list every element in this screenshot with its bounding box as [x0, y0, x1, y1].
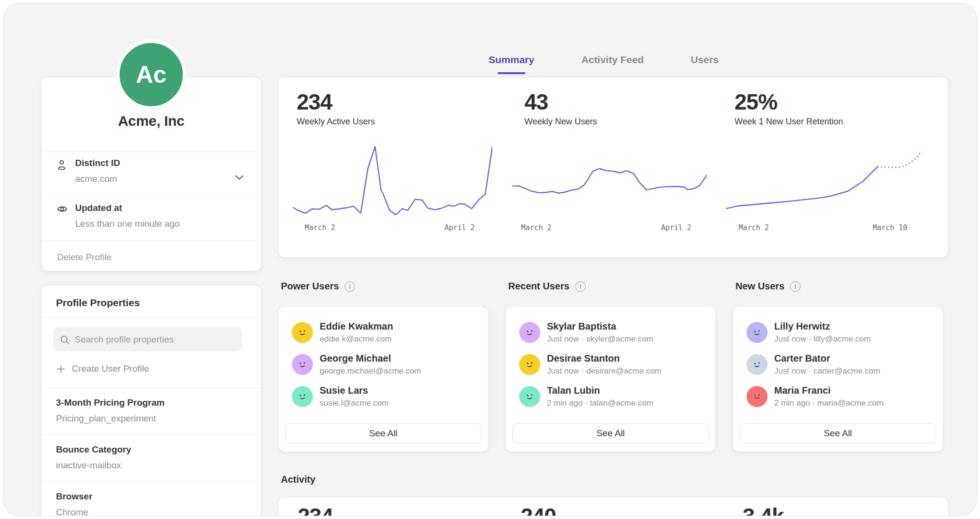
list-item[interactable]: Carter Bator Just now · carter@acme.com	[746, 352, 929, 380]
info-icon[interactable]: i	[575, 281, 586, 292]
avatar-face-icon	[751, 358, 763, 371]
wnu-line-chart: March 2 April 2	[512, 144, 707, 235]
list-item[interactable]: Maria Franci 2 min ago · maria@acme.com	[746, 384, 929, 412]
user-name: Talan Lubin	[547, 385, 600, 396]
create-user-profile-label: Create User Profile	[72, 364, 149, 374]
user-avatar	[746, 354, 768, 375]
search-input[interactable]	[75, 334, 235, 345]
chevron-down-icon[interactable]	[235, 175, 244, 180]
company-avatar: Ac	[116, 39, 187, 110]
tab-summary[interactable]: Summary	[489, 54, 535, 74]
activity-section-title: Activity	[281, 474, 315, 485]
see-all-button[interactable]: See All	[512, 423, 709, 443]
chart-x-axis: March 2 March 10	[726, 223, 922, 235]
user-name: Susie Lars	[320, 385, 368, 396]
recent-users-header: Recent Users i	[508, 281, 586, 292]
property-value: Chrome	[56, 507, 89, 516]
x-tick-label: March 10	[873, 223, 907, 232]
list-item[interactable]: Susie Lars susie.l@acme.com	[292, 384, 475, 412]
stat-label: Weekly New Users	[524, 117, 597, 127]
user-name: Carter Bator	[774, 353, 830, 364]
recent-users-title: Recent Users	[508, 281, 569, 292]
divider	[42, 152, 261, 152]
user-email: 2 min ago · maria@acme.com	[774, 398, 883, 408]
property-row-browser[interactable]: Browser Chrome	[42, 482, 261, 516]
user-name: George Michael	[320, 353, 391, 364]
create-user-profile-button[interactable]: Create User Profile	[57, 364, 149, 374]
tab-users[interactable]: Users	[690, 54, 718, 74]
person-icon	[57, 160, 67, 170]
search-icon	[60, 335, 70, 345]
x-tick-label: March 2	[739, 223, 769, 232]
property-row-bounce-category[interactable]: Bounce Category inactive-mailbox	[42, 435, 261, 482]
tab-activity-feed[interactable]: Activity Feed	[581, 54, 644, 74]
user-name: Skylar Baptista	[547, 321, 616, 332]
list-item[interactable]: Eddie Kwakman eddie.k@acme.com	[292, 320, 475, 348]
user-email: Just now · desirare@acme.com	[547, 366, 661, 376]
active-tab-underline	[498, 72, 525, 74]
avatar-face-icon	[296, 390, 309, 403]
stat-value: 25%	[735, 89, 777, 115]
list-item[interactable]: Lilly Herwitz Just now · lilly@acme.com	[746, 320, 929, 348]
distinct-id-value: acme.com	[75, 174, 117, 184]
user-email: 2 min ago · talan@acme.com	[547, 398, 653, 408]
property-row-pricing-program[interactable]: 3-Month Pricing Program Pricing_plan_exp…	[42, 388, 261, 435]
x-tick-label: March 2	[521, 223, 551, 232]
property-label: Bounce Category	[56, 444, 131, 455]
see-all-button[interactable]: See All	[740, 423, 936, 443]
profile-properties-search[interactable]	[53, 328, 242, 352]
new-users-title: New Users	[735, 281, 784, 292]
avatar-face-icon	[751, 390, 763, 403]
property-label: 3-Month Pricing Program	[56, 398, 165, 408]
activity-stat-value: 234	[298, 503, 333, 516]
chart-canvas	[726, 144, 922, 215]
see-all-button[interactable]: See All	[285, 423, 481, 443]
tab-users-label: Users	[690, 54, 718, 65]
profile-properties-title: Profile Properties	[56, 297, 140, 309]
list-item[interactable]: George Michael george.michael@acme.com	[292, 352, 475, 380]
company-name: Acme, Inc	[42, 113, 261, 129]
info-icon[interactable]: i	[345, 281, 355, 292]
user-avatar	[746, 386, 768, 407]
chart-x-axis: March 2 April 2	[512, 223, 707, 235]
tab-bar: Summary Activity Feed Users	[489, 54, 719, 74]
stat-label: Week 1 New User Retention	[735, 117, 843, 127]
power-users-header: Power Users i	[281, 281, 355, 292]
activity-card: 234 240 3.4k	[278, 497, 948, 516]
property-label: Browser	[56, 491, 92, 502]
avatar-face-icon	[296, 326, 309, 339]
tab-summary-label: Summary	[489, 54, 535, 65]
user-email: susie.l@acme.com	[320, 398, 389, 408]
divider	[42, 317, 261, 318]
user-email: george.michael@acme.com	[320, 366, 421, 376]
user-avatar	[519, 354, 540, 375]
user-avatar	[519, 386, 540, 407]
activity-stat-value: 3.4k	[743, 503, 784, 516]
list-item[interactable]: Skylar Baptista Just now · skyler@acme.c…	[519, 320, 702, 348]
company-avatar-initials: Ac	[136, 61, 167, 88]
x-tick-label: April 2	[445, 223, 475, 232]
user-email: Just now · skyler@acme.com	[547, 334, 653, 344]
info-icon[interactable]: i	[790, 281, 801, 292]
user-avatar	[292, 322, 313, 343]
user-name: Desirae Stanton	[547, 353, 620, 364]
user-avatar	[292, 354, 313, 375]
tab-activity-feed-label: Activity Feed	[581, 54, 644, 65]
distinct-id-label: Distinct ID	[75, 158, 120, 168]
new-users-header: New Users i	[735, 281, 801, 292]
list-item[interactable]: Talan Lubin 2 min ago · talan@acme.com	[519, 384, 702, 412]
user-name: Eddie Kwakman	[320, 321, 393, 332]
user-email: eddie.k@acme.com	[320, 334, 392, 344]
user-avatar	[746, 322, 768, 343]
user-email: Just now · carter@acme.com	[774, 366, 880, 376]
avatar-face-icon	[523, 358, 536, 371]
profile-properties-card: Profile Properties Create User Profile	[41, 285, 261, 516]
app-window: Ac Acme, Inc Distinct ID acme.com	[3, 3, 977, 516]
list-item[interactable]: Desirae Stanton Just now · desirare@acme…	[519, 352, 702, 380]
divider	[42, 241, 261, 241]
delete-profile-button[interactable]: Delete Profile	[57, 252, 111, 263]
x-tick-label: March 2	[305, 223, 335, 232]
x-tick-label: April 2	[661, 223, 691, 232]
property-value: inactive-mailbox	[56, 460, 121, 471]
stat-value: 43	[524, 89, 548, 115]
